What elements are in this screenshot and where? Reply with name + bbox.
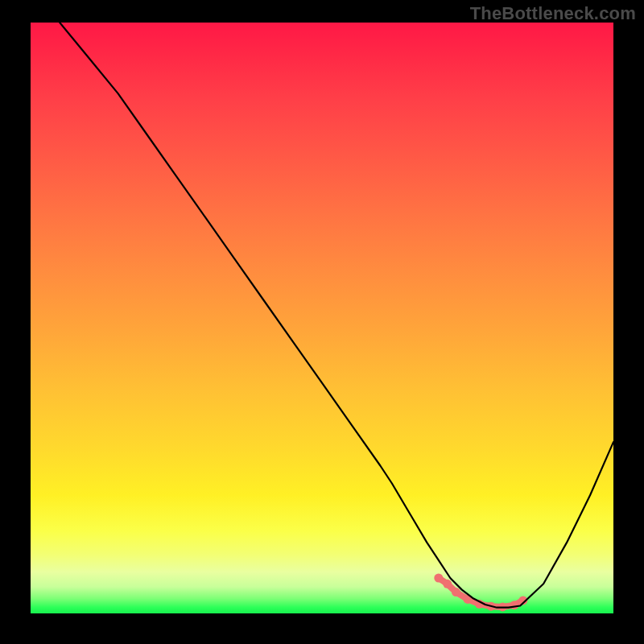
chart-svg <box>31 23 613 613</box>
optimal-marker <box>452 588 460 597</box>
bottleneck-curve-path <box>60 23 613 608</box>
optimal-marker <box>434 574 443 583</box>
optimal-marker <box>443 580 452 588</box>
plot-area <box>31 23 613 613</box>
watermark-text: TheBottleneck.com <box>470 3 636 24</box>
chart-frame: TheBottleneck.com <box>0 0 644 644</box>
optimal-marker <box>510 601 518 609</box>
optimal-markers-group <box>434 574 527 612</box>
